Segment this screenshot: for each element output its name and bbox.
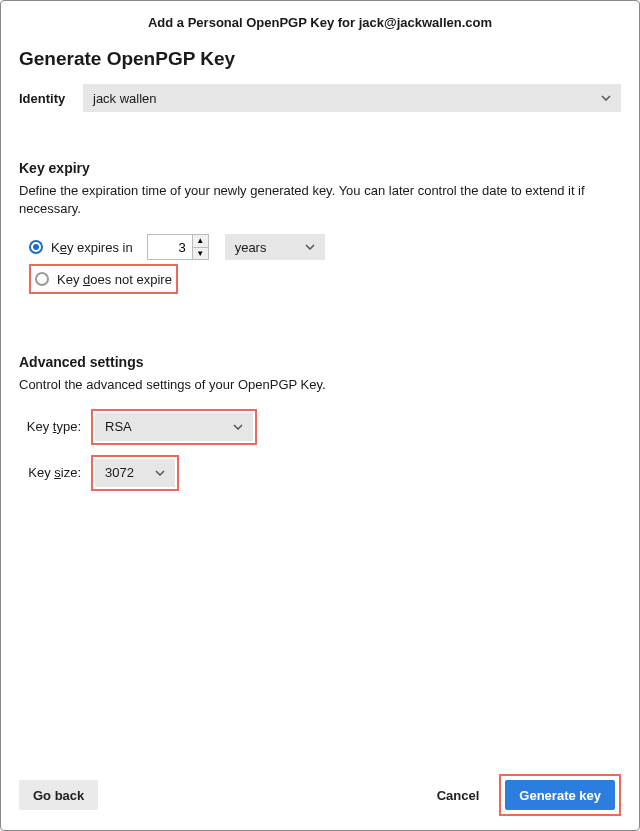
chevron-down-icon	[601, 95, 611, 101]
radio-key-no-expire[interactable]: Key does not expire	[29, 264, 178, 294]
number-spinner: ▲ ▼	[192, 235, 208, 259]
key-type-row: Key type: RSA	[19, 409, 621, 445]
identity-select[interactable]: jack wallen	[83, 84, 621, 112]
key-size-select[interactable]: 3072	[95, 459, 175, 487]
chevron-down-icon	[155, 470, 165, 476]
identity-row: Identity jack wallen	[19, 84, 621, 112]
key-expiry-section: Key expiry Define the expiration time of…	[19, 160, 621, 294]
expiry-unit-select[interactable]: years	[225, 234, 325, 260]
expiry-desc: Define the expiration time of your newly…	[19, 182, 621, 218]
window-title: Add a Personal OpenPGP Key for jack@jack…	[1, 1, 639, 40]
highlight-box: Generate key	[499, 774, 621, 816]
radio-no-expire-label: Key does not expire	[57, 272, 172, 287]
radio-unselected-icon	[35, 272, 49, 286]
advanced-desc: Control the advanced settings of your Op…	[19, 376, 621, 394]
radio-selected-icon	[29, 240, 43, 254]
advanced-title: Advanced settings	[19, 354, 621, 370]
advanced-settings-section: Advanced settings Control the advanced s…	[19, 354, 621, 490]
highlight-box: RSA	[91, 409, 257, 445]
generate-key-button[interactable]: Generate key	[505, 780, 615, 810]
expiry-title: Key expiry	[19, 160, 621, 176]
identity-label: Identity	[19, 91, 75, 106]
cancel-button[interactable]: Cancel	[423, 780, 494, 810]
expiry-number-field[interactable]: ▲ ▼	[147, 234, 209, 260]
spinner-up-button[interactable]: ▲	[193, 235, 208, 248]
key-size-row: Key size: 3072	[19, 455, 621, 491]
key-type-select[interactable]: RSA	[95, 413, 253, 441]
chevron-down-icon	[305, 244, 315, 250]
key-size-value: 3072	[105, 465, 134, 480]
key-type-value: RSA	[105, 419, 132, 434]
go-back-button[interactable]: Go back	[19, 780, 98, 810]
page-title: Generate OpenPGP Key	[19, 48, 621, 70]
radio-key-expires-label: Key expires in	[51, 240, 133, 255]
expiry-number-input[interactable]	[148, 235, 192, 259]
radio-key-expires-in[interactable]: Key expires in ▲ ▼ years	[29, 232, 621, 262]
footer: Go back Cancel Generate key	[19, 774, 621, 816]
spinner-down-button[interactable]: ▼	[193, 248, 208, 260]
key-size-label: Key size:	[19, 465, 81, 480]
key-type-label: Key type:	[19, 419, 81, 434]
highlight-box: 3072	[91, 455, 179, 491]
chevron-down-icon	[233, 424, 243, 430]
identity-selected-value: jack wallen	[93, 91, 157, 106]
expiry-unit-value: years	[235, 240, 267, 255]
